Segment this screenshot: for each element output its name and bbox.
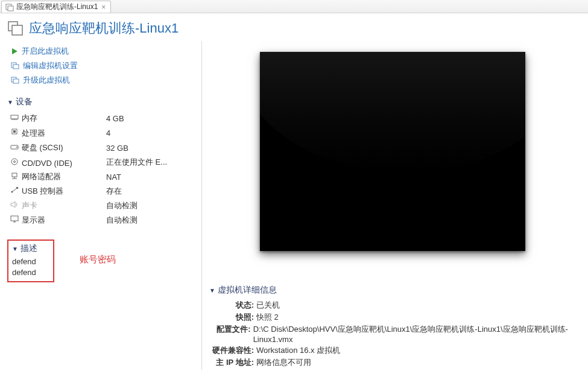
credentials-annotation: 账号密码	[80, 254, 116, 265]
device-value: 自动检测	[104, 213, 195, 227]
description-heading[interactable]: ▼ 描述	[12, 243, 49, 254]
tab-bar: 应急响应靶机训练-Linux1 ×	[0, 0, 588, 13]
svg-rect-16	[13, 130, 16, 133]
display-icon	[10, 215, 19, 223]
svg-rect-21	[12, 173, 17, 177]
device-value: 自动检测	[104, 198, 195, 213]
detail-row: 硬件兼容性: Workstation 16.x 虚拟机	[209, 344, 582, 357]
vm-screen-thumbnail[interactable]	[260, 52, 525, 251]
svg-rect-28	[11, 216, 18, 221]
svg-marker-27	[11, 201, 15, 208]
edit-settings-link[interactable]: 编辑虚拟机设置	[7, 59, 195, 74]
device-value: 32 GB	[104, 141, 195, 155]
chevron-down-icon: ▼	[12, 246, 18, 252]
sound-icon	[10, 201, 19, 208]
play-icon	[11, 48, 18, 55]
description-box: ▼ 描述 defend defend	[7, 239, 54, 282]
device-value: 4	[104, 125, 195, 141]
memory-icon	[10, 115, 19, 121]
device-value: 正在使用文件 E...	[104, 155, 195, 170]
vm-details: ▼ 虚拟机详细信息 状态: 已关机 快照: 快照 2 配置文件: D:\C Di…	[203, 285, 582, 369]
device-row[interactable]: CD/DVD (IDE) 正在使用文件 E...	[7, 155, 195, 170]
upgrade-label: 升级此虚拟机	[23, 75, 70, 86]
close-icon[interactable]: ×	[100, 3, 107, 11]
detail-row: 快照: 快照 2	[209, 311, 582, 323]
vm-icon	[7, 20, 24, 37]
device-value: NAT	[104, 170, 195, 184]
page-title: 应急响应靶机训练-Linux1	[29, 19, 179, 37]
usb-icon	[10, 186, 19, 194]
network-icon	[10, 172, 19, 179]
svg-point-18	[16, 147, 17, 148]
tab-vm[interactable]: 应急响应靶机训练-Linux1 ×	[1, 1, 111, 13]
device-row[interactable]: 显示器 自动检测	[7, 213, 195, 227]
cpu-icon	[10, 127, 19, 136]
device-row[interactable]: 硬盘 (SCSI) 32 GB	[7, 141, 195, 155]
svg-rect-9	[11, 115, 18, 119]
power-on-label: 开启此虚拟机	[22, 46, 69, 57]
svg-rect-3	[12, 25, 22, 35]
svg-rect-26	[16, 187, 18, 189]
tab-label: 应急响应靶机训练-Linux1	[16, 2, 98, 12]
cd-icon	[10, 157, 19, 166]
detail-row: 状态: 已关机	[209, 299, 582, 311]
device-value: 4 GB	[104, 111, 195, 125]
upgrade-link[interactable]: 升级此虚拟机	[7, 74, 195, 88]
detail-row: 配置文件: D:\C Disk\Desktop\HVV\应急响应靶机\Linux…	[209, 323, 582, 344]
svg-point-20	[14, 160, 16, 162]
device-row[interactable]: 内存 4 GB	[7, 111, 195, 125]
description-text: defend defend	[12, 256, 49, 277]
devices-table: 内存 4 GB 处理器 4 硬盘 (SCSI) 32 GB CD/DVD (ID…	[7, 111, 195, 227]
svg-point-19	[11, 159, 17, 165]
chevron-down-icon: ▼	[209, 287, 215, 294]
device-row[interactable]: 处理器 4	[7, 125, 195, 141]
power-on-link[interactable]: 开启此虚拟机	[7, 45, 195, 59]
svg-rect-1	[8, 6, 13, 11]
side-panel: 开启此虚拟机 编辑虚拟机设置 升级此虚拟机 ▼ 设备 内存 4 GB	[0, 41, 202, 370]
title-row: 应急响应靶机训练-Linux1	[0, 13, 588, 41]
vm-tab-icon	[5, 3, 14, 11]
svg-rect-8	[13, 79, 19, 83]
main-panel: ▼ 虚拟机详细信息 状态: 已关机 快照: 快照 2 配置文件: D:\C Di…	[202, 41, 588, 370]
svg-line-25	[12, 188, 17, 192]
device-row[interactable]: USB 控制器 存在	[7, 184, 195, 198]
disk-icon	[10, 144, 19, 150]
svg-marker-4	[12, 48, 17, 54]
device-row[interactable]: 网络适配器 NAT	[7, 170, 195, 184]
upgrade-icon	[11, 77, 19, 84]
detail-row: 主 IP 地址: 网络信息不可用	[209, 357, 582, 369]
device-row[interactable]: 声卡 自动检测	[7, 198, 195, 213]
svg-rect-6	[13, 65, 19, 69]
device-value: 存在	[104, 184, 195, 198]
devices-heading[interactable]: ▼ 设备	[7, 97, 195, 107]
edit-settings-label: 编辑虚拟机设置	[23, 60, 78, 71]
edit-settings-icon	[11, 62, 19, 69]
chevron-down-icon: ▼	[7, 99, 13, 106]
details-heading[interactable]: ▼ 虚拟机详细信息	[209, 285, 582, 296]
